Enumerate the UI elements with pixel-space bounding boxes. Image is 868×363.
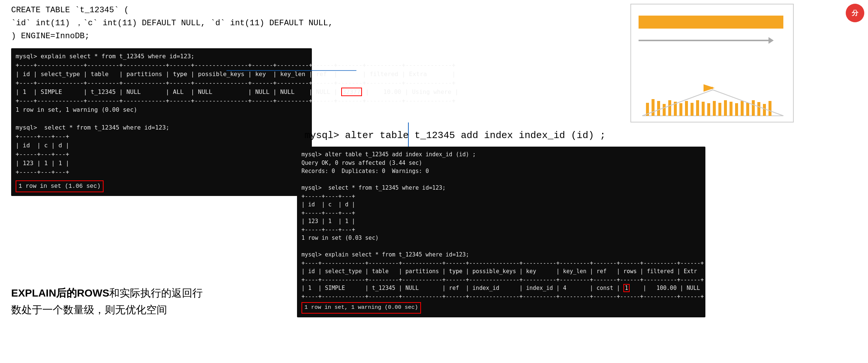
funnel-diagram <box>635 45 791 120</box>
terminal-top: mysql> explain select * from t_12345 whe… <box>11 48 312 196</box>
svg-rect-10 <box>696 100 699 116</box>
svg-rect-12 <box>707 103 710 116</box>
svg-rect-18 <box>741 101 744 116</box>
red-circle-icon: 分 <box>846 4 864 22</box>
create-line3: ) ENGINE=InnoDB; <box>11 30 333 43</box>
svg-rect-8 <box>685 101 688 116</box>
terminal-bottom: mysql> alter table t_12345 add index ind… <box>297 147 705 317</box>
bottom-left-text: EXPLAIN后的ROWS和实际执行的返回行 数处于一个数量级，则无优化空间 <box>11 285 203 318</box>
explain-rows-bold: EXPLAIN后的ROWS <box>11 287 109 299</box>
svg-rect-19 <box>746 103 749 116</box>
full-table-bar <box>639 16 783 29</box>
svg-rect-9 <box>691 103 694 116</box>
terminal-top-result: 1 row in set (1.06 sec) <box>16 179 307 192</box>
terminal-top-content: mysql> explain select * from t_12345 whe… <box>16 52 307 177</box>
svg-rect-13 <box>713 101 716 116</box>
svg-rect-14 <box>718 103 721 116</box>
alter-table-text: mysql> alter table t_12345 add index ind… <box>304 130 606 141</box>
svg-rect-7 <box>679 103 682 116</box>
svg-rect-23 <box>769 101 771 116</box>
svg-rect-20 <box>752 100 755 116</box>
svg-rect-2 <box>652 99 655 116</box>
create-line2: `id` int(11) ，`c` int(11) DEFAULT NULL, … <box>11 17 333 30</box>
result-box-top: 1 row in set (1.06 sec) <box>16 180 104 192</box>
svg-rect-15 <box>724 100 727 116</box>
svg-rect-3 <box>657 101 660 116</box>
svg-rect-17 <box>735 103 738 116</box>
svg-rect-16 <box>730 102 732 116</box>
bottom-line2: 数处于一个数量级，则无优化空间 <box>11 302 203 318</box>
svg-rect-4 <box>663 104 666 116</box>
svg-rect-5 <box>668 100 671 116</box>
terminal-bottom-result: 1 row in set, 1 warning (0.00 sec) <box>301 302 701 314</box>
terminal-bottom-content: mysql> alter table t_12345 add index ind… <box>301 150 701 301</box>
arrow-head <box>769 37 774 44</box>
create-table-code: CREATE TABLE `t_12345` ( `id` int(11) ，`… <box>11 4 333 43</box>
svg-rect-11 <box>702 102 705 116</box>
result-box-bottom: 1 row in set, 1 warning (0.00 sec) <box>301 302 421 314</box>
svg-rect-22 <box>763 104 766 116</box>
bottom-line1: EXPLAIN后的ROWS和实际执行的返回行 <box>11 285 203 302</box>
bottom-line1-normal: 和实际执行的返回行 <box>109 287 203 299</box>
svg-rect-25 <box>704 87 713 89</box>
svg-rect-21 <box>757 102 760 116</box>
arrow-line <box>639 40 770 41</box>
diagram-box <box>630 4 794 122</box>
create-line1: CREATE TABLE `t_12345` ( <box>11 4 333 17</box>
